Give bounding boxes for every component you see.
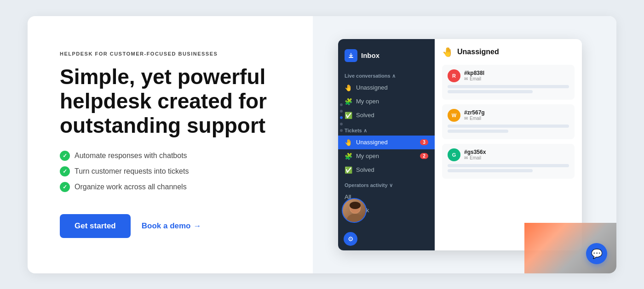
conv-avatar-g: G bbox=[448, 148, 460, 161]
mockup-right-panel: 🤚 Unassigned R #kp838l ✉ Email bbox=[435, 39, 582, 250]
conv-avatar-w: W bbox=[448, 109, 460, 122]
badge-2: 2 bbox=[420, 153, 428, 159]
conversation-card-2[interactable]: W #zr567g ✉ Email bbox=[442, 104, 575, 139]
check-circle-icon: ✅ bbox=[345, 112, 352, 119]
sidebar-item-live-unassigned[interactable]: 🤚 Unassigned bbox=[338, 81, 435, 95]
conv-top: R #kp838l ✉ Email bbox=[448, 69, 569, 82]
section-tickets: Tickets ∧ bbox=[338, 124, 435, 136]
features-list: Automate responses with chatbots Turn cu… bbox=[60, 151, 285, 198]
unassigned-title: Unassigned bbox=[457, 48, 499, 56]
list-item: Organize work across all channels bbox=[60, 182, 285, 192]
settings-icon-bottom[interactable]: ⚙ bbox=[344, 232, 357, 246]
svg-point-4 bbox=[350, 202, 361, 209]
conv-type: ✉ Email bbox=[464, 155, 486, 160]
hero-card: HELPDESK FOR CUSTOMER-FOCUSED BUSINESSES… bbox=[28, 16, 616, 273]
conv-meta: #kp838l ✉ Email bbox=[464, 70, 484, 81]
inbox-icon bbox=[345, 49, 357, 62]
chat-icon: 💬 bbox=[591, 248, 603, 259]
section-operators-activity: Operators activity ∨ bbox=[338, 179, 435, 190]
conv-top: W #zr567g ✉ Email bbox=[448, 109, 569, 122]
conv-line-1 bbox=[448, 164, 569, 167]
agent-avatar-container bbox=[342, 198, 367, 223]
conv-type: ✉ Email bbox=[464, 76, 484, 81]
svg-point-2 bbox=[347, 214, 363, 223]
puzzle-icon: 🧩 bbox=[345, 98, 352, 105]
wave-emoji: 🤚 bbox=[442, 46, 454, 57]
hero-title: Simple, yet powerful helpdesk created fo… bbox=[60, 65, 285, 138]
unassigned-header: 🤚 Unassigned bbox=[442, 46, 575, 57]
conv-id: #kp838l bbox=[464, 70, 484, 76]
conv-top: G #gs356x ✉ Email bbox=[448, 148, 569, 161]
badge-3: 3 bbox=[420, 139, 428, 145]
wave-icon: 🤚 bbox=[345, 139, 352, 146]
email-icon: ✉ bbox=[464, 155, 468, 160]
check-circle-icon: ✅ bbox=[345, 166, 352, 174]
svg-rect-0 bbox=[349, 57, 353, 58]
sidebar-inbox-title: Inbox bbox=[361, 51, 380, 59]
cta-row: Get started Book a demo → bbox=[60, 214, 285, 238]
puzzle-icon: 🧩 bbox=[345, 153, 352, 160]
deco-image bbox=[524, 223, 582, 250]
sidebar-item-live-solved[interactable]: ✅ Solved bbox=[338, 108, 435, 122]
nav-dot bbox=[340, 129, 343, 132]
check-icon bbox=[60, 151, 70, 161]
check-icon bbox=[60, 182, 70, 192]
conv-line-1 bbox=[448, 125, 569, 128]
conv-type: ✉ Email bbox=[464, 116, 485, 121]
book-demo-button[interactable]: Book a demo → bbox=[142, 221, 201, 231]
wave-icon: 🤚 bbox=[345, 84, 352, 91]
nav-dot bbox=[340, 123, 343, 125]
conv-id: #zr567g bbox=[464, 109, 485, 116]
conv-line-2 bbox=[448, 169, 533, 172]
email-icon: ✉ bbox=[464, 116, 468, 121]
check-icon bbox=[60, 166, 70, 176]
sidebar-header: Inbox bbox=[338, 45, 435, 69]
conv-avatar-r: R bbox=[448, 69, 460, 82]
mockup-sidebar: Inbox Live conversations ∧ 🤚 Unassigned bbox=[338, 39, 435, 250]
email-icon: ✉ bbox=[464, 76, 468, 81]
sidebar-item-tickets-myopen[interactable]: 🧩 My open 2 bbox=[338, 149, 435, 163]
left-panel: HELPDESK FOR CUSTOMER-FOCUSED BUSINESSES… bbox=[28, 16, 313, 273]
right-panel: Inbox Live conversations ∧ 🤚 Unassigned bbox=[313, 16, 616, 273]
conv-line-2 bbox=[448, 130, 508, 133]
agent-avatar bbox=[342, 198, 367, 223]
chat-fab-button[interactable]: 💬 bbox=[586, 243, 607, 264]
section-live-conversations: Live conversations ∧ bbox=[338, 69, 435, 81]
conv-line-1 bbox=[448, 85, 569, 88]
sidebar-item-live-myopen[interactable]: 🧩 My open bbox=[338, 95, 435, 108]
eyebrow-text: HELPDESK FOR CUSTOMER-FOCUSED BUSINESSES bbox=[60, 51, 285, 57]
conv-meta: #gs356x ✉ Email bbox=[464, 149, 486, 160]
sidebar-item-tickets-solved[interactable]: ✅ Solved bbox=[338, 163, 435, 177]
conversation-card-1[interactable]: R #kp838l ✉ Email bbox=[442, 65, 575, 100]
list-item: Automate responses with chatbots bbox=[60, 151, 285, 161]
ui-mockup: Inbox Live conversations ∧ 🤚 Unassigned bbox=[338, 39, 582, 250]
conversation-card-3[interactable]: G #gs356x ✉ Email bbox=[442, 144, 575, 179]
conv-line-2 bbox=[448, 90, 533, 93]
get-started-button[interactable]: Get started bbox=[60, 214, 131, 238]
conv-meta: #zr567g ✉ Email bbox=[464, 109, 485, 121]
conv-id: #gs356x bbox=[464, 149, 486, 155]
sidebar-item-tickets-unassigned[interactable]: 🤚 Unassigned 3 bbox=[338, 136, 435, 149]
list-item: Turn customer requests into tickets bbox=[60, 166, 285, 176]
